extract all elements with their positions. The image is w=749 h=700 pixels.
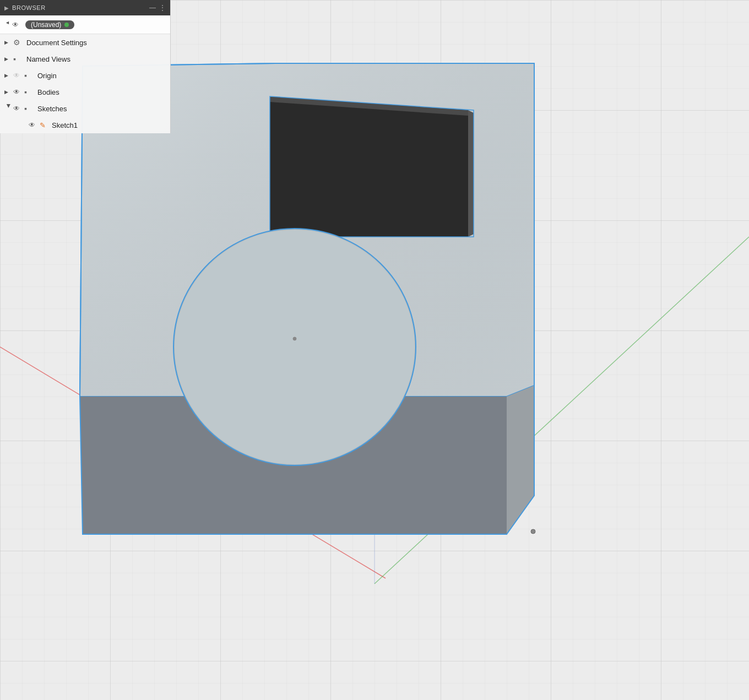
root-eye-icon[interactable]: 👁 <box>12 21 22 29</box>
svg-marker-13 <box>468 110 474 237</box>
sketches-folder-icon: ▪ <box>24 104 35 113</box>
browser-header: ▶ BROWSER — ⋮ <box>0 0 170 15</box>
root-badge-dot <box>64 23 69 27</box>
sketches-label: Sketches <box>37 105 67 113</box>
browser-header-icons: — ⋮ <box>149 4 166 12</box>
browser-root-item[interactable]: ▼ 👁 (Unsaved) <box>0 15 170 34</box>
svg-point-16 <box>175 230 415 464</box>
bodies-arrow[interactable]: ▶ <box>4 89 13 95</box>
doc-settings-label: Document Settings <box>26 39 87 47</box>
bodies-label: Bodies <box>37 88 59 96</box>
origin-eye-icon[interactable]: 👁 <box>13 72 23 79</box>
doc-settings-arrow[interactable]: ▶ <box>4 40 13 45</box>
gear-icon: ⚙ <box>13 38 24 47</box>
sidebar-item-document-settings[interactable]: ▶ ⚙ Document Settings <box>0 34 170 51</box>
svg-marker-11 <box>270 96 468 237</box>
sidebar-item-sketch1[interactable]: 👁 ✎ Sketch1 <box>0 117 170 133</box>
sketch1-label: Sketch1 <box>52 121 78 129</box>
browser-minimize-icon[interactable]: — <box>149 4 156 12</box>
origin-label: Origin <box>37 72 57 80</box>
sidebar-item-named-views[interactable]: ▶ ▪ Named Views <box>0 51 170 67</box>
named-views-folder-icon: ▪ <box>13 55 24 63</box>
sidebar-item-bodies[interactable]: ▶ 👁 ▪ Bodies <box>0 84 170 100</box>
svg-point-19 <box>531 529 535 534</box>
browser-panel: ▶ BROWSER — ⋮ ▼ 👁 (Unsaved) ▶ ⚙ Document… <box>0 0 171 133</box>
sketch1-edit-icon: ✎ <box>40 121 50 129</box>
sketches-eye-icon[interactable]: 👁 <box>13 105 23 112</box>
svg-point-17 <box>293 337 296 340</box>
browser-more-icon[interactable]: ⋮ <box>159 4 166 12</box>
sketch1-eye-icon[interactable]: 👁 <box>29 121 39 129</box>
sidebar-item-origin[interactable]: ▶ 👁 ▪ Origin <box>0 67 170 84</box>
bodies-eye-icon[interactable]: 👁 <box>13 88 23 96</box>
browser-collapse-arrow[interactable]: ▶ <box>4 5 9 11</box>
root-badge: (Unsaved) <box>25 20 74 29</box>
origin-arrow[interactable]: ▶ <box>4 73 13 78</box>
origin-folder-icon: ▪ <box>24 71 35 80</box>
root-label: (Unsaved) <box>31 21 61 29</box>
sidebar-item-sketches[interactable]: ▶ 👁 ▪ Sketches <box>0 100 170 117</box>
named-views-label: Named Views <box>26 55 70 63</box>
named-views-arrow[interactable]: ▶ <box>4 56 13 62</box>
sketches-arrow[interactable]: ▶ <box>6 104 12 113</box>
bodies-folder-icon: ▪ <box>24 88 35 96</box>
browser-title: BROWSER <box>12 4 46 11</box>
root-expand-arrow[interactable]: ▼ <box>5 20 10 29</box>
